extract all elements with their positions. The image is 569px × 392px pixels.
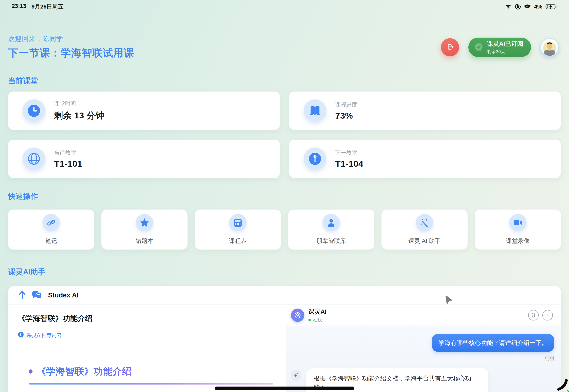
welcome-text: 欢迎回来，陈同学 (8, 34, 134, 44)
rotation-lock-icon (515, 4, 521, 10)
more-options-button[interactable] (542, 310, 553, 321)
heading-bullet (29, 369, 32, 374)
calendar-icon (229, 214, 247, 231)
badge-check-icon (474, 42, 483, 52)
up-arrow-icon[interactable] (18, 290, 26, 300)
logout-button[interactable] (441, 38, 459, 56)
ai-section-title: 课灵AI助手 (8, 267, 561, 277)
battery-percent: 4% (534, 3, 542, 10)
ai-assistant-action[interactable]: 课灵 AI 助手 (381, 210, 468, 250)
stat-label: 课程进度 (335, 101, 357, 108)
stat-label: 课堂时间 (54, 100, 104, 107)
pin-icon (304, 148, 326, 170)
stat-value: 剩余 13 分钟 (54, 110, 104, 121)
next-room-card: 下一教室 T1-104 (289, 140, 561, 178)
current-class-cards: 课堂时间 剩余 13 分钟 课程进度 73% 当前教室 T1-101 (8, 92, 561, 178)
link-icon (42, 214, 60, 231)
peer-library-action[interactable]: 朋辈智联库 (288, 210, 374, 250)
home-screen: 23:13 9月26日周五 4% 欢迎回来，陈同学 下一节课：学海智联试用课 (0, 0, 569, 392)
ellipsis-icon (545, 312, 550, 318)
studex-panel-header: Studex AI (8, 286, 561, 305)
stat-value: T1-104 (335, 159, 363, 169)
leaf-icon (524, 4, 531, 9)
chat-header: 课灵AI 在线 (286, 305, 561, 325)
ai-recommended-link[interactable]: 课灵AI推荐内容 (18, 332, 273, 339)
subscription-pill[interactable]: 课灵AI已订阅 剩余30天 (468, 38, 531, 57)
studex-panel-title: Studex AI (48, 291, 79, 299)
action-label: 课堂录像 (506, 237, 530, 245)
ai-recommended-label: 课灵AI推荐内容 (27, 332, 62, 339)
battery-charging-icon (546, 4, 557, 10)
document-heading: 《学海智联》功能介绍 (37, 365, 132, 378)
online-dot (308, 319, 311, 321)
star-icon (136, 214, 153, 231)
mouse-cursor (445, 295, 452, 305)
current-class-section-title: 当前课堂 (8, 76, 561, 86)
chat-assistant-name: 课灵AI (308, 308, 327, 316)
chat-pane: 课灵AI 在线 (286, 305, 561, 392)
home-indicator[interactable] (215, 387, 354, 390)
course-progress-card: 课程进度 73% (289, 92, 561, 130)
studex-panel: Studex AI 《学海智联》功能介绍 课灵AI推荐内容 《学海智联》功能介绍 (8, 286, 561, 392)
mistake-book-action[interactable]: 错题本 (101, 210, 188, 250)
stat-value: 73% (335, 111, 357, 121)
subscription-days-left: 剩余30天 (487, 49, 523, 55)
logout-icon (445, 42, 454, 52)
online-status-label: 在线 (313, 317, 322, 323)
action-label: 错题本 (136, 237, 153, 245)
notes-action[interactable]: 笔记 (8, 210, 94, 250)
ai-head-icon (291, 308, 304, 322)
action-label: 朋辈智联库 (317, 237, 346, 245)
clock-icon (23, 99, 45, 122)
clear-chat-button[interactable] (528, 310, 539, 321)
quick-actions-section-title: 快速操作 (8, 191, 561, 201)
page-header: 欢迎回来，陈同学 下一节课：学海智联试用课 课灵AI已订阅 剩余30天 (8, 34, 561, 60)
stat-label: 下一教室 (335, 149, 363, 156)
sparkles-icon (291, 370, 302, 381)
current-room-card: 当前教室 T1-101 (8, 140, 280, 178)
class-recording-action[interactable]: 课堂录像 (475, 210, 561, 250)
document-divider (18, 346, 273, 346)
message-timestamp: 刚刚 (544, 355, 554, 362)
heading-underline (29, 383, 273, 385)
class-time-card: 课堂时间 剩余 13 分钟 (8, 92, 280, 130)
wand-icon (416, 214, 433, 231)
status-bar: 23:13 9月26日周五 4% (8, 0, 561, 11)
action-label: 课灵 AI 助手 (408, 237, 441, 245)
schedule-action[interactable]: 课程表 (195, 210, 281, 250)
action-label: 笔记 (45, 237, 57, 245)
wifi-icon (505, 4, 512, 9)
subscription-title: 课灵AI已订阅 (487, 40, 523, 48)
status-date: 9月26日周五 (31, 3, 64, 11)
person-icon (322, 214, 340, 231)
stat-value: T1-101 (54, 159, 82, 169)
chat-messages: 学海有哪些核心功能？请详细介绍一下。 刚刚 根据《学海智联》功能介绍文档，学海平… (286, 325, 561, 392)
trash-icon (531, 312, 536, 318)
action-label: 课程表 (229, 237, 247, 245)
chat-bubbles-icon (32, 290, 42, 300)
user-message-bubble: 学海有哪些核心功能？请详细介绍一下。 (432, 334, 554, 352)
pen-stroke-mark (554, 378, 569, 392)
globe-icon (23, 148, 45, 170)
status-time: 23:13 (12, 3, 26, 11)
user-avatar[interactable] (540, 38, 559, 56)
next-class-title: 下一节课：学海智联试用课 (8, 46, 134, 60)
stat-label: 当前教室 (54, 149, 82, 156)
book-icon (304, 99, 326, 122)
document-title: 《学海智联》功能介绍 (18, 313, 273, 323)
quick-actions: 笔记 错题本 课程表 朋辈智联库 课灵 AI 助手 (8, 210, 561, 250)
document-pane: 《学海智联》功能介绍 课灵AI推荐内容 《学海智联》功能介绍 在数字化教育的浪潮… (8, 305, 286, 392)
video-icon (509, 214, 527, 231)
info-icon (18, 332, 24, 339)
